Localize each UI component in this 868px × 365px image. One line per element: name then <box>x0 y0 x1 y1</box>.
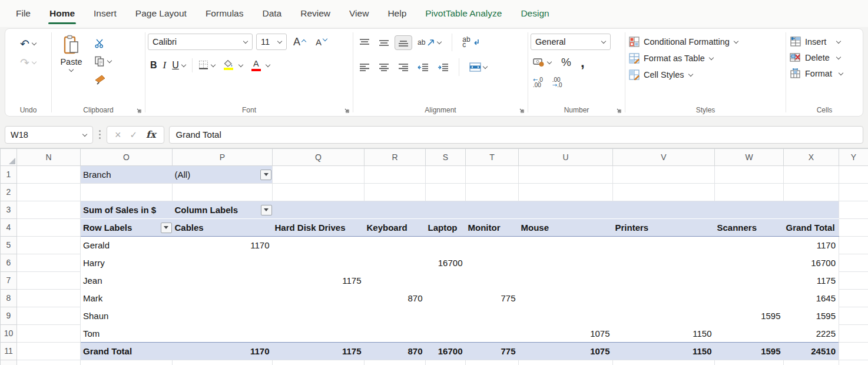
cell-R8[interactable]: 870 <box>365 290 426 307</box>
cell-N2[interactable] <box>17 184 81 201</box>
clipboard-dialog-launcher[interactable] <box>135 107 142 114</box>
insert-cells-chevron[interactable] <box>836 39 841 44</box>
filter-dropdown-button[interactable] <box>260 170 271 180</box>
cell-U5[interactable] <box>519 237 613 254</box>
cell-N12[interactable] <box>17 360 81 365</box>
bold-button[interactable]: B <box>148 59 160 72</box>
align-left-button[interactable] <box>356 60 373 75</box>
conditional-formatting-button[interactable]: Conditional Formatting <box>628 35 783 49</box>
cell-R10[interactable] <box>365 325 426 343</box>
cell-styles-chevron[interactable] <box>688 72 693 77</box>
cell-S10[interactable] <box>426 325 466 343</box>
cell-Y6[interactable] <box>839 254 868 272</box>
cell-Y11[interactable] <box>839 343 868 360</box>
cell-T5[interactable] <box>466 237 519 254</box>
cell-T11[interactable]: 775 <box>466 343 519 360</box>
cell-P5[interactable]: 1170 <box>173 237 273 254</box>
cell-X2[interactable] <box>784 184 839 201</box>
cell-W7[interactable] <box>715 272 784 290</box>
conditional-formatting-chevron[interactable] <box>734 39 738 44</box>
cell-T1[interactable] <box>466 166 519 184</box>
cell-R7[interactable] <box>365 272 426 290</box>
borders-chevron[interactable] <box>211 63 216 68</box>
cell-N11[interactable] <box>17 343 81 360</box>
column-header-Q[interactable]: Q <box>273 149 365 166</box>
italic-button[interactable]: I <box>161 58 169 72</box>
cell-S8[interactable] <box>426 290 466 307</box>
column-header-P[interactable]: P <box>173 149 273 166</box>
cell-W11[interactable]: 1595 <box>715 343 784 360</box>
cell-O5[interactable]: Gerald <box>81 237 173 254</box>
cell-Q9[interactable] <box>273 307 365 325</box>
cell-W1[interactable] <box>715 166 784 184</box>
cell-T12[interactable] <box>466 360 519 365</box>
cell-N7[interactable] <box>17 272 81 290</box>
cell-N6[interactable] <box>17 254 81 272</box>
cell-R2[interactable] <box>365 184 426 201</box>
borders-button[interactable] <box>196 59 218 71</box>
cell-Y3[interactable] <box>839 201 868 219</box>
column-header-O[interactable]: O <box>81 149 173 166</box>
cell-Q8[interactable] <box>273 290 365 307</box>
underline-button[interactable]: U <box>170 59 188 72</box>
insert-function-icon[interactable]: fx <box>146 129 155 140</box>
cell-P6[interactable] <box>173 254 273 272</box>
cell-S5[interactable] <box>426 237 466 254</box>
format-cells-chevron[interactable] <box>839 71 843 76</box>
cell-Y9[interactable] <box>839 307 868 325</box>
cell-O6[interactable]: Harry <box>81 254 173 272</box>
cell-N8[interactable] <box>17 290 81 307</box>
row-header-6[interactable]: 6 <box>1 254 17 272</box>
cell-R5[interactable] <box>365 237 426 254</box>
increase-font-size-button[interactable]: A <box>290 35 309 49</box>
cell-W5[interactable] <box>715 237 784 254</box>
format-cells-button[interactable]: Format <box>789 67 860 80</box>
row-header-2[interactable]: 2 <box>1 184 17 201</box>
font-size-combobox[interactable]: 11 <box>256 34 287 50</box>
tab-review[interactable]: Review <box>300 0 330 27</box>
cell-P11[interactable]: 1170 <box>173 343 273 360</box>
cell-W9[interactable]: 1595 <box>715 307 784 325</box>
increase-indent-button[interactable] <box>434 60 452 75</box>
cell-N3[interactable] <box>17 201 81 219</box>
column-header-Y[interactable]: Y <box>839 149 868 166</box>
cell-V6[interactable] <box>613 254 715 272</box>
insert-cells-button[interactable]: Insert <box>789 35 860 48</box>
cell-V11[interactable]: 1150 <box>613 343 715 360</box>
cell-U8[interactable] <box>519 290 613 307</box>
number-format-combobox[interactable]: General <box>531 34 611 50</box>
increase-decimal-button[interactable]: ←.0.00 <box>531 76 545 89</box>
cell-S6[interactable]: 16700 <box>426 254 466 272</box>
cell-W10[interactable] <box>715 325 784 343</box>
cell-Q3[interactable] <box>273 201 365 219</box>
percent-style-button[interactable]: % <box>559 55 574 70</box>
tab-formulas[interactable]: Formulas <box>206 0 244 27</box>
column-header-N[interactable]: N <box>17 149 81 166</box>
cell-Q1[interactable] <box>273 166 365 184</box>
filter-dropdown-button[interactable] <box>161 223 172 233</box>
cell-Q11[interactable]: 1175 <box>273 343 365 360</box>
tab-view[interactable]: View <box>349 0 369 27</box>
undo-dropdown-chevron[interactable] <box>32 41 37 46</box>
cell-V1[interactable] <box>613 166 715 184</box>
comma-style-button[interactable]: , <box>578 58 587 67</box>
row-header-7[interactable]: 7 <box>1 272 17 290</box>
cell-O2[interactable] <box>81 184 173 201</box>
cell-N10[interactable] <box>17 325 81 343</box>
cell-S1[interactable] <box>426 166 466 184</box>
delete-cells-button[interactable]: Delete <box>789 51 860 64</box>
cell-X12[interactable] <box>784 360 839 365</box>
cell-U10[interactable]: 1075 <box>519 325 613 343</box>
column-header-V[interactable]: V <box>613 149 715 166</box>
cell-O12[interactable] <box>81 360 173 365</box>
bottom-align-button[interactable] <box>395 35 412 50</box>
tab-design[interactable]: Design <box>521 0 549 27</box>
tab-page-layout[interactable]: Page Layout <box>135 0 187 27</box>
cell-O11[interactable]: Grand Total <box>81 343 173 360</box>
cell-R9[interactable] <box>365 307 426 325</box>
tab-file[interactable]: File <box>16 0 31 27</box>
cut-button[interactable] <box>92 37 114 49</box>
top-align-button[interactable] <box>356 35 373 50</box>
cell-Y2[interactable] <box>839 184 868 201</box>
cell-N1[interactable] <box>17 166 81 184</box>
